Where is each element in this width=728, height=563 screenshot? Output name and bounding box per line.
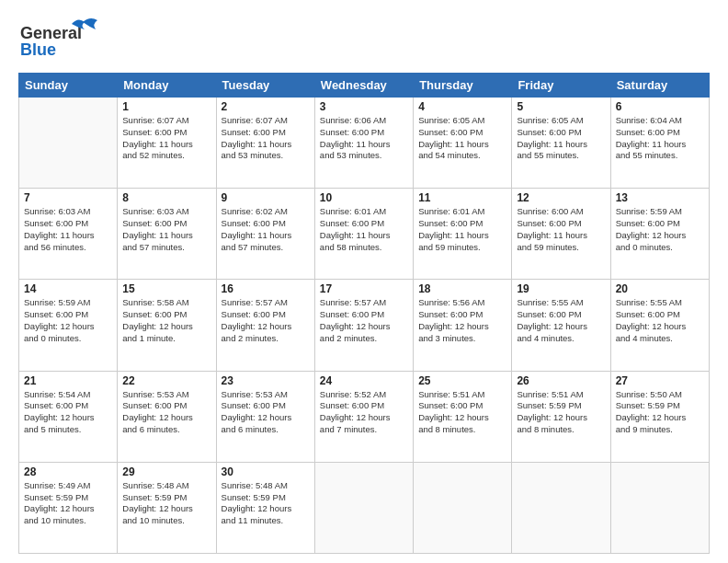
- day-info: Sunrise: 6:03 AM Sunset: 6:00 PM Dayligh…: [122, 206, 210, 253]
- table-row: 23Sunrise: 5:53 AM Sunset: 6:00 PM Dayli…: [216, 371, 314, 462]
- table-row: 27Sunrise: 5:50 AM Sunset: 5:59 PM Dayli…: [610, 371, 709, 462]
- day-number: 5: [517, 100, 605, 113]
- day-info: Sunrise: 5:59 AM Sunset: 6:00 PM Dayligh…: [24, 297, 112, 344]
- calendar-week-row: 28Sunrise: 5:49 AM Sunset: 5:59 PM Dayli…: [19, 462, 710, 553]
- table-row: 26Sunrise: 5:51 AM Sunset: 5:59 PM Dayli…: [512, 371, 610, 462]
- calendar-week-row: 1Sunrise: 6:07 AM Sunset: 6:00 PM Daylig…: [19, 98, 710, 189]
- day-info: Sunrise: 6:04 AM Sunset: 6:00 PM Dayligh…: [616, 115, 704, 162]
- table-row: 29Sunrise: 5:48 AM Sunset: 5:59 PM Dayli…: [118, 462, 216, 553]
- day-info: Sunrise: 5:48 AM Sunset: 5:59 PM Dayligh…: [122, 480, 210, 527]
- day-info: Sunrise: 5:54 AM Sunset: 6:00 PM Dayligh…: [24, 389, 112, 436]
- day-info: Sunrise: 5:48 AM Sunset: 5:59 PM Dayligh…: [222, 480, 310, 527]
- day-info: Sunrise: 6:01 AM Sunset: 6:00 PM Dayligh…: [320, 206, 408, 253]
- day-info: Sunrise: 5:49 AM Sunset: 5:59 PM Dayligh…: [24, 480, 112, 527]
- col-tuesday: Tuesday: [216, 74, 314, 98]
- table-row: 8Sunrise: 6:03 AM Sunset: 6:00 PM Daylig…: [118, 189, 216, 280]
- day-info: Sunrise: 5:59 AM Sunset: 6:00 PM Dayligh…: [616, 206, 704, 253]
- day-number: 7: [24, 191, 112, 204]
- day-number: 3: [320, 100, 408, 113]
- day-info: Sunrise: 5:53 AM Sunset: 6:00 PM Dayligh…: [122, 389, 210, 436]
- table-row: 10Sunrise: 6:01 AM Sunset: 6:00 PM Dayli…: [314, 189, 413, 280]
- table-row: 28Sunrise: 5:49 AM Sunset: 5:59 PM Dayli…: [19, 462, 118, 553]
- calendar-week-row: 7Sunrise: 6:03 AM Sunset: 6:00 PM Daylig…: [19, 189, 710, 280]
- day-number: 27: [616, 374, 704, 387]
- day-info: Sunrise: 5:55 AM Sunset: 6:00 PM Dayligh…: [616, 297, 704, 344]
- table-row: 25Sunrise: 5:51 AM Sunset: 6:00 PM Dayli…: [414, 371, 512, 462]
- day-info: Sunrise: 5:56 AM Sunset: 6:00 PM Dayligh…: [418, 297, 506, 344]
- svg-text:General: General: [20, 24, 82, 42]
- day-info: Sunrise: 6:06 AM Sunset: 6:00 PM Dayligh…: [320, 115, 408, 162]
- day-info: Sunrise: 6:03 AM Sunset: 6:00 PM Dayligh…: [24, 206, 112, 253]
- table-row: 13Sunrise: 5:59 AM Sunset: 6:00 PM Dayli…: [610, 189, 709, 280]
- col-friday: Friday: [512, 74, 610, 98]
- table-row: 1Sunrise: 6:07 AM Sunset: 6:00 PM Daylig…: [118, 98, 216, 189]
- day-info: Sunrise: 5:55 AM Sunset: 6:00 PM Dayligh…: [517, 297, 605, 344]
- table-row: 20Sunrise: 5:55 AM Sunset: 6:00 PM Dayli…: [610, 280, 709, 371]
- table-row: [512, 462, 610, 553]
- day-info: Sunrise: 5:57 AM Sunset: 6:00 PM Dayligh…: [222, 297, 310, 344]
- day-number: 11: [418, 191, 506, 204]
- table-row: 30Sunrise: 5:48 AM Sunset: 5:59 PM Dayli…: [216, 462, 314, 553]
- day-info: Sunrise: 5:50 AM Sunset: 5:59 PM Dayligh…: [616, 389, 704, 436]
- svg-text:Blue: Blue: [20, 40, 56, 59]
- day-info: Sunrise: 5:53 AM Sunset: 6:00 PM Dayligh…: [222, 389, 310, 436]
- table-row: 15Sunrise: 5:58 AM Sunset: 6:00 PM Dayli…: [118, 280, 216, 371]
- day-info: Sunrise: 6:05 AM Sunset: 6:00 PM Dayligh…: [418, 115, 506, 162]
- calendar-week-row: 14Sunrise: 5:59 AM Sunset: 6:00 PM Dayli…: [19, 280, 710, 371]
- table-row: 2Sunrise: 6:07 AM Sunset: 6:00 PM Daylig…: [216, 98, 314, 189]
- day-number: 15: [122, 282, 210, 295]
- day-number: 18: [418, 282, 506, 295]
- day-number: 23: [222, 374, 310, 387]
- calendar-header-row: Sunday Monday Tuesday Wednesday Thursday…: [19, 74, 710, 98]
- calendar-table: Sunday Monday Tuesday Wednesday Thursday…: [18, 73, 710, 554]
- day-info: Sunrise: 5:51 AM Sunset: 5:59 PM Dayligh…: [517, 389, 605, 436]
- table-row: 4Sunrise: 6:05 AM Sunset: 6:00 PM Daylig…: [414, 98, 512, 189]
- day-info: Sunrise: 5:57 AM Sunset: 6:00 PM Dayligh…: [320, 297, 408, 344]
- table-row: 5Sunrise: 6:05 AM Sunset: 6:00 PM Daylig…: [512, 98, 610, 189]
- table-row: [19, 98, 118, 189]
- col-thursday: Thursday: [414, 74, 512, 98]
- day-info: Sunrise: 6:01 AM Sunset: 6:00 PM Dayligh…: [418, 206, 506, 253]
- table-row: 21Sunrise: 5:54 AM Sunset: 6:00 PM Dayli…: [19, 371, 118, 462]
- day-number: 25: [418, 374, 506, 387]
- table-row: [314, 462, 413, 553]
- table-row: 9Sunrise: 6:02 AM Sunset: 6:00 PM Daylig…: [216, 189, 314, 280]
- table-row: 22Sunrise: 5:53 AM Sunset: 6:00 PM Dayli…: [118, 371, 216, 462]
- logo-svg: General Blue: [18, 15, 101, 65]
- day-number: 1: [122, 100, 210, 113]
- table-row: 19Sunrise: 5:55 AM Sunset: 6:00 PM Dayli…: [512, 280, 610, 371]
- day-info: Sunrise: 5:52 AM Sunset: 6:00 PM Dayligh…: [320, 389, 408, 436]
- table-row: 7Sunrise: 6:03 AM Sunset: 6:00 PM Daylig…: [19, 189, 118, 280]
- table-row: 16Sunrise: 5:57 AM Sunset: 6:00 PM Dayli…: [216, 280, 314, 371]
- day-number: 12: [517, 191, 605, 204]
- day-number: 16: [222, 282, 310, 295]
- col-wednesday: Wednesday: [314, 74, 413, 98]
- day-info: Sunrise: 5:51 AM Sunset: 6:00 PM Dayligh…: [418, 389, 506, 436]
- logo: General Blue: [18, 15, 101, 65]
- col-sunday: Sunday: [19, 74, 118, 98]
- day-info: Sunrise: 6:00 AM Sunset: 6:00 PM Dayligh…: [517, 206, 605, 253]
- page: General Blue Sunday Monday Tuesday Wedne…: [0, 0, 728, 563]
- table-row: 18Sunrise: 5:56 AM Sunset: 6:00 PM Dayli…: [414, 280, 512, 371]
- day-number: 28: [24, 465, 112, 478]
- table-row: 24Sunrise: 5:52 AM Sunset: 6:00 PM Dayli…: [314, 371, 413, 462]
- day-number: 30: [222, 465, 310, 478]
- day-number: 21: [24, 374, 112, 387]
- day-info: Sunrise: 5:58 AM Sunset: 6:00 PM Dayligh…: [122, 297, 210, 344]
- day-info: Sunrise: 6:07 AM Sunset: 6:00 PM Dayligh…: [222, 115, 310, 162]
- header: General Blue: [18, 15, 710, 65]
- day-number: 10: [320, 191, 408, 204]
- day-number: 26: [517, 374, 605, 387]
- day-number: 24: [320, 374, 408, 387]
- table-row: [414, 462, 512, 553]
- day-number: 6: [616, 100, 704, 113]
- day-number: 9: [222, 191, 310, 204]
- table-row: 6Sunrise: 6:04 AM Sunset: 6:00 PM Daylig…: [610, 98, 709, 189]
- table-row: 12Sunrise: 6:00 AM Sunset: 6:00 PM Dayli…: [512, 189, 610, 280]
- col-monday: Monday: [118, 74, 216, 98]
- day-info: Sunrise: 6:05 AM Sunset: 6:00 PM Dayligh…: [517, 115, 605, 162]
- day-number: 4: [418, 100, 506, 113]
- calendar-week-row: 21Sunrise: 5:54 AM Sunset: 6:00 PM Dayli…: [19, 371, 710, 462]
- day-number: 29: [122, 465, 210, 478]
- col-saturday: Saturday: [610, 74, 709, 98]
